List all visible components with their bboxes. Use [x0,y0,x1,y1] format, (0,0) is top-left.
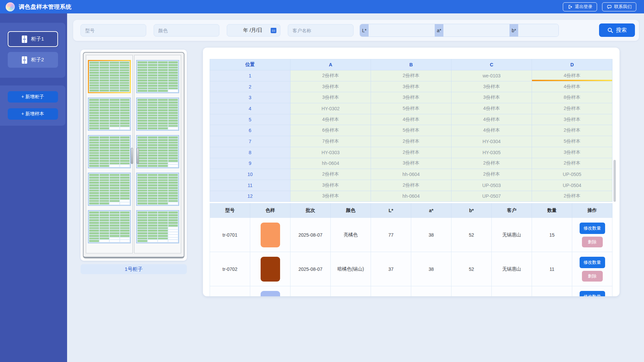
sidebar-item-cabinet-1[interactable]: 柜子1 [8,31,58,47]
contact-button[interactable]: 联系我们 [602,2,636,11]
position-cell[interactable]: 8 [210,147,290,158]
grid-cell[interactable]: 3份样本 [290,81,371,93]
grid-cell[interactable]: UP-0504 [532,180,612,191]
grid-cell[interactable]: 3份样本 [290,191,371,202]
sample-slot [148,179,158,181]
a-value-input[interactable] [443,24,509,37]
position-cell[interactable]: 4 [210,103,290,114]
position-cell[interactable]: 7 [210,136,290,147]
position-cell[interactable]: 2 [210,81,290,93]
position-cell[interactable]: 1 [210,70,290,81]
grid-cell[interactable]: 8份样本 [532,92,612,103]
cabinet-panel[interactable] [136,98,179,131]
grid-cell[interactable]: 3份样本 [451,92,532,103]
grid-cell[interactable]: 3份样本 [532,147,612,158]
grid-cell[interactable]: 2份样本 [290,70,371,81]
delete-button[interactable]: 删除 [582,237,603,247]
grid-cell[interactable]: 4份样本 [532,81,612,93]
scrollbar-thumb[interactable] [613,160,616,202]
grid-cell[interactable]: 5份样本 [371,125,451,136]
cabinet-panel[interactable] [88,60,131,93]
color-input[interactable] [154,24,219,37]
position-cell[interactable]: 12 [210,191,290,202]
edit-quantity-button[interactable]: 修改数量 [580,223,605,234]
grid-cell[interactable]: HY-0302 [290,103,371,114]
calendar-icon[interactable] [270,27,277,34]
grid-cell[interactable]: 4份样本 [371,114,451,125]
grid-cell[interactable]: UP-0503 [451,180,532,191]
grid-cell[interactable]: we-0103 [451,70,532,81]
grid-cell[interactable]: 4份样本 [290,114,371,125]
sample-slot [158,139,168,141]
search-button[interactable]: 搜索 [599,23,635,37]
cabinet-panel[interactable] [88,98,131,131]
grid-cell[interactable]: 2份样本 [532,125,612,136]
grid-cell[interactable]: 2份样本 [371,147,451,158]
grid-cell[interactable]: UP-0505 [532,169,612,180]
edit-quantity-button[interactable]: 修改数量 [580,291,605,297]
grid-cell[interactable]: 5份样本 [532,136,612,147]
sample-slot [120,104,130,106]
grid-cell[interactable]: hh-0604 [290,158,371,169]
customer-input[interactable] [288,24,354,37]
delete-button[interactable]: 删除 [582,271,603,282]
add-cabinet-button[interactable]: + 新增柜子 [8,91,58,103]
grid-cell[interactable]: 2份样本 [371,70,451,81]
position-cell[interactable]: 9 [210,158,290,169]
grid-cell[interactable]: HY-0304 [451,136,532,147]
edit-quantity-button[interactable]: 修改数量 [580,257,605,268]
grid-cell[interactable]: 2份样本 [451,158,532,169]
position-cell[interactable]: 3 [210,92,290,103]
sidebar-item-cabinet-2[interactable]: 柜子2 [8,52,58,68]
date-input[interactable]: 年 /月/日 [227,24,280,37]
sample-slot [168,149,178,152]
grid-cell[interactable]: 2份样本 [371,180,451,191]
position-cell[interactable]: 6 [210,125,290,136]
grid-cell[interactable]: 3份样本 [532,114,612,125]
grid-cell[interactable]: 3份样本 [371,81,451,93]
grid-cell[interactable]: 2份样本 [451,169,532,180]
grid-cell[interactable]: 2份样本 [532,158,612,169]
grid-cell[interactable]: HY-0305 [451,147,532,158]
grid-cell[interactable]: 4份样本 [451,114,532,125]
cabinet-panel[interactable] [88,173,131,206]
cabinet-panel[interactable] [136,210,179,243]
position-cell[interactable]: 11 [210,180,290,191]
cabinet-panel[interactable] [136,135,179,168]
sample-slot [148,117,158,119]
cabinet-panel[interactable] [136,173,179,206]
sample-slot [158,77,168,79]
grid-cell[interactable]: 4份样本 [451,103,532,114]
logout-button[interactable]: 退出登录 [563,2,597,11]
grid-cell[interactable]: 6份样本 [290,125,371,136]
grid-cell[interactable]: UP-0507 [451,191,532,202]
sample-slot [168,99,178,101]
grid-cell[interactable]: 3份样本 [290,92,371,103]
grid-cell[interactable]: hh-0604 [371,169,451,180]
grid-cell[interactable]: 2份样本 [532,103,612,114]
grid-cell[interactable]: 7份样本 [290,136,371,147]
grid-cell[interactable]: 3份样本 [451,81,532,93]
grid-cell[interactable]: 2份样本 [532,191,612,202]
model-input[interactable] [80,24,146,37]
grid-cell[interactable]: 4份样本 [451,125,532,136]
grid-cell[interactable]: 4份样本 [532,70,612,81]
position-cell[interactable]: 5 [210,114,290,125]
l-value-input[interactable] [369,24,435,37]
grid-cell[interactable]: 2份样本 [290,169,371,180]
add-sample-button[interactable]: + 新增样本 [8,108,58,120]
grid-cell[interactable]: 3份样本 [371,158,451,169]
cabinet-panel[interactable] [88,210,131,243]
sample-slot [148,227,158,229]
grid-cell[interactable]: 3份样本 [371,92,451,103]
cabinet-panel[interactable] [88,135,131,168]
grid-cell[interactable]: 5份样本 [371,103,451,114]
grid-cell[interactable]: hh-0604 [371,191,451,202]
sample-slot [110,232,119,234]
position-cell[interactable]: 10 [210,169,290,180]
grid-cell[interactable]: HY-0303 [290,147,371,158]
cabinet-panel[interactable] [136,60,179,93]
grid-cell[interactable]: 2份样本 [371,136,451,147]
grid-cell[interactable]: 3份样本 [290,180,371,191]
b-value-input[interactable] [518,24,559,37]
